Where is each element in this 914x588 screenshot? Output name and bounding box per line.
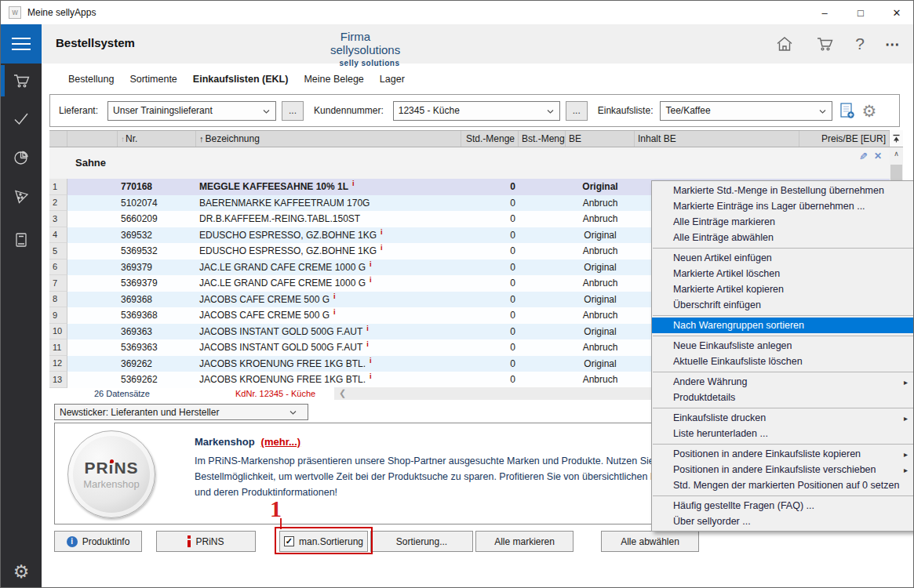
menu-item[interactable]: Einkaufsliste drucken▸: [652, 410, 914, 426]
sortierung-button[interactable]: Sortierung...: [370, 531, 473, 552]
tab-lager[interactable]: Lager: [372, 74, 413, 85]
column-header-bezeichnung[interactable]: ↑Bezeichnung: [196, 131, 461, 147]
row-select-cell[interactable]: [67, 372, 118, 388]
row-select-cell[interactable]: [67, 324, 118, 340]
cell-std-menge: 0: [461, 227, 519, 244]
sidebar-item-pie-chart[interactable]: [1, 142, 42, 173]
column-header-nr[interactable]: ↑Nr.: [118, 131, 196, 147]
row-select-cell[interactable]: [67, 243, 118, 260]
column-header-preis[interactable]: Preis/BE [EUR]: [799, 131, 890, 147]
new-list-document-icon[interactable]: [839, 103, 855, 119]
menu-item[interactable]: Andere Währung▸: [652, 374, 914, 390]
info-icon[interactable]: i: [333, 292, 336, 300]
column-header[interactable]: [67, 131, 118, 147]
cell-bezeichnung: JACOBS KROENUNG FREE 1KG BTL.i: [196, 356, 461, 372]
menu-item[interactable]: Alle Einträge abwählen: [652, 230, 914, 245]
menu-item[interactable]: Häufig gestellte Fragen (FAQ) ...: [652, 498, 914, 514]
pin-column-icon[interactable]: [890, 130, 903, 147]
row-select-cell[interactable]: [67, 292, 118, 308]
info-icon[interactable]: i: [366, 340, 369, 348]
mehr-link[interactable]: (mehr...): [261, 436, 301, 448]
alle-abwaehlen-button[interactable]: Alle abwählen: [601, 531, 699, 552]
sidebar-item-catalog[interactable]: [1, 224, 42, 256]
column-header-inhalt-be[interactable]: Inhalt BE: [635, 131, 799, 147]
tab-einkaufslisten[interactable]: Einkaufslisten (EKL): [185, 74, 297, 85]
kundennummer-more-button[interactable]: ...: [566, 101, 588, 121]
tab-meine-belege[interactable]: Meine Belege: [296, 74, 371, 85]
einkaufsliste-select[interactable]: Tee/Kaffee: [660, 101, 832, 121]
column-header-std-menge[interactable]: Std.-Menge: [461, 131, 519, 147]
menu-item[interactable]: Liste herunterladen ...: [652, 426, 914, 441]
row-select-cell[interactable]: [67, 211, 118, 227]
prins-button[interactable]: PRiNS: [156, 531, 256, 552]
menu-item[interactable]: Neue Einkaufsliste anlegen: [652, 338, 914, 354]
row-select-cell[interactable]: [67, 227, 118, 244]
newsticker-select[interactable]: Newsticker: Lieferanten und Hersteller: [54, 404, 308, 420]
edit-pencil-icon[interactable]: ✎: [859, 151, 868, 162]
sidebar-item-cart[interactable]: [1, 65, 42, 96]
info-icon[interactable]: i: [370, 276, 372, 284]
row-select-cell[interactable]: [67, 275, 118, 292]
menu-item[interactable]: Über sellyorder ...: [652, 514, 914, 529]
help-icon[interactable]: ?: [855, 34, 865, 53]
cell-bst-menge: [519, 372, 566, 388]
scroll-up-icon[interactable]: ∧: [890, 147, 903, 160]
menu-item[interactable]: Positionen in andere Einkaufsliste versc…: [652, 462, 914, 477]
row-select-cell[interactable]: [67, 179, 118, 195]
info-icon[interactable]: i: [370, 372, 372, 380]
kundennummer-select[interactable]: 12345 - Küche: [393, 101, 560, 121]
menu-item[interactable]: Markierte Einträge ins Lager übernehmen …: [652, 198, 914, 214]
hamburger-menu-icon[interactable]: [1, 24, 42, 64]
column-header-bst-menge[interactable]: Bst.-Menge: [519, 131, 566, 147]
column-header[interactable]: [49, 131, 67, 147]
minimize-button[interactable]: –: [807, 1, 843, 24]
menu-item[interactable]: Std. Mengen der markierten Positionen au…: [652, 477, 914, 493]
cart-icon[interactable]: [814, 34, 835, 53]
info-icon[interactable]: i: [333, 308, 336, 316]
filter-settings-gear-icon[interactable]: ⚙: [861, 103, 876, 119]
row-select-cell[interactable]: [67, 307, 118, 324]
column-header-be[interactable]: BE: [566, 131, 635, 147]
menu-item[interactable]: Markierte Std.-Menge in Bestellung übern…: [652, 183, 914, 198]
info-icon[interactable]: i: [381, 244, 383, 252]
menu-item-active[interactable]: Nach Warengruppen sortieren: [652, 318, 914, 333]
cell-nr: 5369368: [118, 307, 196, 324]
cell-be: Anbruch: [566, 243, 635, 260]
menu-item[interactable]: Überschrift einfügen: [652, 297, 914, 313]
tab-sortimente[interactable]: Sortimente: [122, 74, 184, 85]
row-select-cell[interactable]: [67, 356, 118, 372]
close-button[interactable]: ✕: [879, 1, 914, 24]
tab-bestellung[interactable]: Bestellung: [60, 74, 122, 85]
sidebar-item-check[interactable]: [1, 103, 42, 134]
lieferant-select[interactable]: Unser Trainingslieferant: [107, 101, 276, 121]
cell-nr: 5369379: [118, 275, 196, 292]
menu-item[interactable]: Aktuelle Einkaufsliste löschen: [652, 354, 914, 369]
info-icon[interactable]: i: [366, 325, 369, 332]
info-icon[interactable]: i: [370, 260, 372, 268]
info-icon[interactable]: i: [352, 180, 355, 187]
row-select-cell[interactable]: [67, 260, 118, 276]
menu-item[interactable]: Positionen in andere Einkaufsliste kopie…: [652, 446, 914, 462]
menu-item[interactable]: Produktdetails: [652, 390, 914, 405]
row-select-cell[interactable]: [67, 339, 118, 356]
menu-item[interactable]: Markierte Artikel kopieren: [652, 281, 914, 297]
info-icon[interactable]: i: [381, 228, 383, 236]
delete-x-icon[interactable]: ✕: [874, 151, 882, 162]
produktinfo-button[interactable]: i Produktinfo: [54, 531, 142, 552]
maximize-button[interactable]: □: [843, 1, 879, 24]
settings-gear-icon[interactable]: ⚙: [1, 556, 42, 587]
sidebar-item-pizza[interactable]: [1, 181, 42, 212]
alle-markieren-button[interactable]: Alle markieren: [475, 531, 574, 552]
lieferant-more-button[interactable]: ...: [282, 101, 304, 121]
group-header-label: Sahne: [75, 157, 106, 169]
more-options-icon[interactable]: ⋯: [885, 35, 901, 53]
menu-item[interactable]: Alle Einträge markieren: [652, 214, 914, 230]
kundennummer-value: 12345 - Küche: [399, 105, 460, 116]
home-icon[interactable]: [775, 34, 794, 53]
info-icon[interactable]: i: [370, 357, 372, 365]
row-select-cell[interactable]: [67, 195, 118, 212]
group-header-row[interactable]: Sahne ✎ ✕: [49, 147, 890, 179]
menu-item[interactable]: Markierte Artikel löschen: [652, 266, 914, 281]
cell-std-menge: 0: [461, 195, 519, 212]
menu-item[interactable]: Neuen Artikel einfügen: [652, 250, 914, 266]
